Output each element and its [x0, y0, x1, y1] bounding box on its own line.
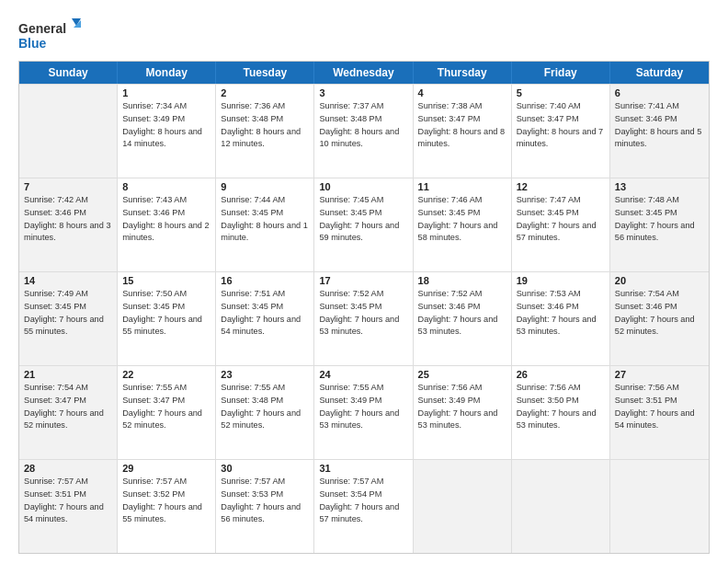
week-row-1: 1Sunrise: 7:34 AMSunset: 3:49 PMDaylight… — [19, 84, 709, 178]
cell-info-line: Daylight: 7 hours and 53 minutes. — [517, 408, 605, 433]
cell-info-line: Sunset: 3:46 PM — [615, 301, 704, 314]
day-number: 13 — [615, 181, 704, 192]
cell-2-4: 18Sunrise: 7:52 AMSunset: 3:46 PMDayligh… — [414, 272, 512, 365]
cell-info-line: Sunrise: 7:34 AM — [122, 100, 210, 113]
cell-4-1: 29Sunrise: 7:57 AMSunset: 3:52 PMDayligh… — [118, 460, 216, 553]
cell-1-4: 11Sunrise: 7:46 AMSunset: 3:45 PMDayligh… — [414, 178, 512, 271]
cell-4-3: 31Sunrise: 7:57 AMSunset: 3:54 PMDayligh… — [314, 460, 413, 553]
cell-info-line: Sunrise: 7:55 AM — [319, 382, 407, 395]
cell-3-0: 21Sunrise: 7:54 AMSunset: 3:47 PMDayligh… — [19, 366, 118, 459]
cell-0-1: 1Sunrise: 7:34 AMSunset: 3:49 PMDaylight… — [118, 85, 216, 178]
cell-info-line: Daylight: 7 hours and 58 minutes. — [418, 220, 506, 246]
cell-info-line: Daylight: 7 hours and 55 minutes. — [24, 314, 112, 339]
cell-2-6: 20Sunrise: 7:54 AMSunset: 3:46 PMDayligh… — [610, 272, 709, 365]
day-number: 5 — [517, 87, 605, 98]
cell-info-line: Sunrise: 7:53 AM — [517, 288, 605, 301]
cell-info-line: Sunrise: 7:57 AM — [24, 476, 112, 488]
cell-info-line: Daylight: 8 hours and 14 minutes. — [122, 126, 210, 152]
cell-1-2: 9Sunrise: 7:44 AMSunset: 3:45 PMDaylight… — [216, 178, 314, 271]
cell-info-line: Daylight: 8 hours and 10 minutes. — [319, 126, 407, 152]
cell-0-6: 6Sunrise: 7:41 AMSunset: 3:46 PMDaylight… — [610, 85, 709, 178]
cell-info-line: Sunrise: 7:54 AM — [24, 382, 112, 395]
day-number: 20 — [615, 275, 704, 286]
cell-info-line: Sunset: 3:47 PM — [24, 395, 112, 408]
cell-info-line: Daylight: 7 hours and 52 minutes. — [24, 408, 112, 433]
day-number: 14 — [24, 275, 112, 286]
cell-info-line: Daylight: 7 hours and 53 minutes. — [517, 314, 605, 339]
cell-info-line: Sunset: 3:46 PM — [418, 301, 506, 314]
cell-4-6 — [610, 460, 709, 553]
cell-info-line: Sunset: 3:47 PM — [517, 113, 605, 126]
cell-1-6: 13Sunrise: 7:48 AMSunset: 3:45 PMDayligh… — [610, 178, 709, 271]
cell-info-line: Daylight: 8 hours and 7 minutes. — [517, 126, 605, 152]
cell-info-line: Daylight: 7 hours and 55 minutes. — [122, 501, 210, 527]
cell-info-line: Sunset: 3:45 PM — [221, 207, 309, 220]
svg-text:Blue: Blue — [18, 36, 47, 51]
cell-info-line: Sunrise: 7:38 AM — [418, 100, 506, 113]
cell-info-line: Sunset: 3:49 PM — [122, 113, 210, 126]
cell-info-line: Sunset: 3:45 PM — [615, 207, 704, 220]
cell-info-line: Sunset: 3:49 PM — [418, 395, 506, 408]
cell-info-line: Sunrise: 7:42 AM — [24, 194, 112, 207]
cell-info-line: Sunrise: 7:48 AM — [615, 194, 704, 207]
cell-info-line: Daylight: 8 hours and 3 minutes. — [24, 220, 112, 246]
day-number: 16 — [221, 275, 309, 286]
cell-1-1: 8Sunrise: 7:43 AMSunset: 3:46 PMDaylight… — [118, 178, 216, 271]
cell-2-1: 15Sunrise: 7:50 AMSunset: 3:45 PMDayligh… — [118, 272, 216, 365]
day-number: 9 — [221, 181, 309, 192]
cell-1-3: 10Sunrise: 7:45 AMSunset: 3:45 PMDayligh… — [314, 178, 413, 271]
cell-2-5: 19Sunrise: 7:53 AMSunset: 3:46 PMDayligh… — [512, 272, 610, 365]
cell-info-line: Sunset: 3:47 PM — [122, 395, 210, 408]
cell-info-line: Daylight: 7 hours and 57 minutes. — [517, 220, 605, 246]
cell-2-3: 17Sunrise: 7:52 AMSunset: 3:45 PMDayligh… — [314, 272, 413, 365]
cell-1-5: 12Sunrise: 7:47 AMSunset: 3:45 PMDayligh… — [512, 178, 610, 271]
cell-3-6: 27Sunrise: 7:56 AMSunset: 3:51 PMDayligh… — [610, 366, 709, 459]
cell-info-line: Daylight: 7 hours and 54 minutes. — [615, 408, 704, 433]
cell-info-line: Sunrise: 7:37 AM — [319, 100, 407, 113]
cell-0-4: 4Sunrise: 7:38 AMSunset: 3:47 PMDaylight… — [414, 85, 512, 178]
cell-info-line: Daylight: 7 hours and 53 minutes. — [319, 314, 407, 339]
cell-info-line: Daylight: 7 hours and 59 minutes. — [319, 220, 407, 246]
cell-4-0: 28Sunrise: 7:57 AMSunset: 3:51 PMDayligh… — [19, 460, 118, 553]
cell-1-0: 7Sunrise: 7:42 AMSunset: 3:46 PMDaylight… — [19, 178, 118, 271]
cell-0-3: 3Sunrise: 7:37 AMSunset: 3:48 PMDaylight… — [314, 85, 413, 178]
cell-info-line: Sunrise: 7:52 AM — [418, 288, 506, 301]
cell-info-line: Sunrise: 7:57 AM — [319, 476, 407, 488]
day-number: 23 — [221, 369, 309, 380]
cell-info-line: Sunset: 3:45 PM — [418, 207, 506, 220]
day-number: 10 — [319, 181, 407, 192]
week-row-2: 7Sunrise: 7:42 AMSunset: 3:46 PMDaylight… — [19, 178, 709, 271]
cell-info-line: Daylight: 7 hours and 55 minutes. — [122, 314, 210, 339]
cell-info-line: Daylight: 7 hours and 53 minutes. — [418, 408, 506, 433]
svg-text:General: General — [18, 21, 66, 36]
cell-info-line: Sunset: 3:45 PM — [319, 207, 407, 220]
cell-0-2: 2Sunrise: 7:36 AMSunset: 3:48 PMDaylight… — [216, 85, 314, 178]
cell-info-line: Daylight: 7 hours and 57 minutes. — [319, 501, 407, 527]
header-sunday: Sunday — [19, 62, 118, 84]
cell-info-line: Sunset: 3:53 PM — [221, 488, 309, 501]
calendar-header: Sunday Monday Tuesday Wednesday Thursday… — [19, 62, 709, 84]
day-number: 24 — [319, 369, 407, 380]
cell-info-line: Sunrise: 7:47 AM — [517, 194, 605, 207]
day-number: 2 — [221, 87, 309, 98]
day-number: 17 — [319, 275, 407, 286]
cell-info-line: Daylight: 7 hours and 56 minutes. — [615, 220, 704, 246]
day-number: 3 — [319, 87, 407, 98]
day-number: 29 — [122, 463, 210, 474]
logo: General Blue — [18, 17, 83, 53]
cell-info-line: Sunrise: 7:52 AM — [319, 288, 407, 301]
day-number: 22 — [122, 369, 210, 380]
day-number: 11 — [418, 181, 506, 192]
cell-3-1: 22Sunrise: 7:55 AMSunset: 3:47 PMDayligh… — [118, 366, 216, 459]
cell-info-line: Sunset: 3:51 PM — [615, 395, 704, 408]
cell-info-line: Sunset: 3:45 PM — [319, 301, 407, 314]
cell-info-line: Sunset: 3:45 PM — [221, 301, 309, 314]
cell-info-line: Sunrise: 7:56 AM — [418, 382, 506, 395]
cell-info-line: Sunset: 3:45 PM — [24, 301, 112, 314]
cell-info-line: Sunset: 3:49 PM — [319, 395, 407, 408]
day-number: 7 — [24, 181, 112, 192]
cell-info-line: Sunset: 3:45 PM — [517, 207, 605, 220]
cell-info-line: Sunset: 3:46 PM — [24, 207, 112, 220]
cell-info-line: Sunrise: 7:54 AM — [615, 288, 704, 301]
cell-0-0 — [19, 85, 118, 178]
